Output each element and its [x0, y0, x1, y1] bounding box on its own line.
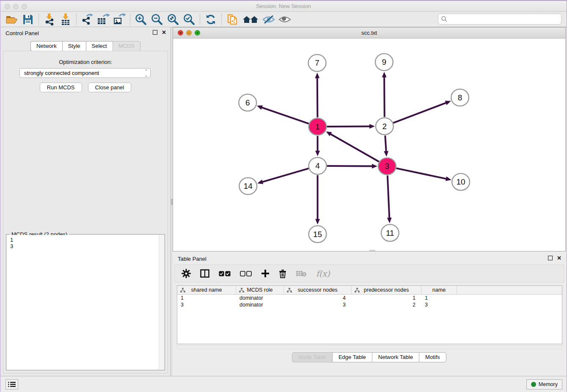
open-session-icon[interactable] — [5, 13, 19, 26]
graph-edge-2-3[interactable] — [385, 135, 386, 152]
graph-edge-3-11[interactable] — [388, 176, 390, 219]
column-header-MCDS-role[interactable]: MCDS role — [236, 286, 284, 294]
graph-edge-1-6[interactable] — [261, 107, 309, 124]
tab-mcds[interactable]: MCDS — [113, 41, 140, 51]
table-toolbar: f(x) — [174, 265, 564, 282]
criterion-value: strongly connected component — [24, 70, 99, 76]
tab-network-table[interactable]: Network Table — [372, 352, 419, 362]
delete-table-icon[interactable] — [296, 270, 307, 277]
table-cell[interactable]: 1 — [421, 295, 457, 301]
graph-edge-2-8[interactable] — [393, 102, 446, 123]
import-network-icon[interactable] — [42, 13, 57, 26]
home-views-icon[interactable] — [241, 13, 260, 26]
graph-edge-4-3[interactable] — [327, 166, 373, 166]
table-cell[interactable]: 3 — [421, 301, 457, 308]
export-network-icon[interactable] — [80, 13, 94, 26]
tab-edge-table[interactable]: Edge Table — [332, 352, 372, 362]
tab-style[interactable]: Style — [62, 41, 86, 51]
search-box[interactable] — [438, 14, 561, 25]
split-columns-icon[interactable] — [200, 269, 209, 278]
tab-motifs[interactable]: Motifs — [419, 352, 446, 362]
canvas-resize-grip[interactable] — [369, 250, 375, 251]
export-image-icon[interactable] — [112, 13, 127, 26]
close-table-panel-icon[interactable]: ✕ — [557, 256, 561, 260]
graph-edge-1-7[interactable] — [317, 77, 318, 118]
mcds-result-group: MCDS result (2 nodes) 1 3 — [6, 234, 165, 370]
graph-node-label: 10 — [457, 177, 465, 186]
table-cell[interactable]: 4 — [284, 295, 352, 301]
close-panel-icon[interactable]: ✕ — [162, 30, 166, 35]
settings-gear-icon[interactable] — [182, 269, 191, 278]
duplicate-view-icon[interactable] — [225, 13, 239, 26]
float-table-panel-icon[interactable] — [548, 256, 553, 260]
graph-edge-1-2[interactable] — [327, 126, 370, 127]
horizontal-scrollbar[interactable] — [177, 345, 562, 349]
run-mcds-button[interactable]: Run MCDS — [40, 83, 82, 92]
edge-arrowhead — [372, 164, 377, 168]
zoom-out-icon[interactable] — [150, 13, 164, 26]
export-table-icon[interactable] — [96, 13, 110, 26]
task-history-button[interactable] — [6, 379, 18, 389]
table-cell[interactable]: 1 — [352, 295, 421, 301]
save-session-icon[interactable] — [21, 13, 35, 26]
tab-node-table[interactable]: Node Table — [292, 352, 332, 362]
network-view-window: ✕ − + scc.txt 7968124314101511 — [173, 27, 566, 251]
table-cell[interactable]: dominator — [236, 301, 284, 308]
table-cell[interactable]: 3 — [177, 301, 236, 308]
table-cell[interactable]: 2 — [352, 301, 421, 308]
table-cell[interactable]: 1 — [177, 295, 236, 301]
column-header-shared-name[interactable]: shared name — [177, 286, 236, 294]
tab-network[interactable]: Network — [30, 41, 62, 51]
network-window-titlebar[interactable]: ✕ − + scc.txt — [173, 28, 565, 39]
edge-arrowhead — [446, 177, 451, 181]
network-canvas[interactable]: 7968124314101511 — [173, 39, 565, 251]
close-panel-button[interactable]: Close panel — [88, 83, 132, 92]
table-cell[interactable]: dominator — [236, 295, 284, 301]
table-tabs: Node TableEdge TableNetwork TableMotifs — [173, 352, 566, 362]
graph-node-label: 6 — [245, 98, 250, 107]
column-header-label: name — [432, 287, 446, 293]
zoom-in-icon[interactable] — [134, 13, 148, 26]
column-header-successor-nodes[interactable]: successor nodes — [284, 286, 352, 294]
deselect-all-checks-icon[interactable] — [240, 271, 252, 276]
zoom-fit-icon[interactable] — [166, 13, 180, 26]
graph-edge-3-10[interactable] — [396, 168, 447, 179]
column-header-predecessor-nodes[interactable]: predecessor nodes — [352, 286, 421, 294]
table-row[interactable]: 3dominator323 — [177, 301, 562, 308]
memory-label: Memory — [539, 381, 558, 387]
toolbar-separator — [221, 14, 222, 25]
zoom-selected-icon[interactable] — [182, 13, 196, 26]
memory-button[interactable]: Memory — [526, 379, 562, 389]
column-header-label: successor nodes — [298, 287, 338, 293]
table-cell[interactable]: 3 — [284, 301, 352, 308]
graph-edge-2-9[interactable] — [384, 77, 385, 117]
result-scrollbar[interactable] — [159, 235, 164, 370]
mcds-tab-content: Optimization criterion: strongly connect… — [3, 51, 168, 373]
edge-arrowhead — [315, 151, 320, 156]
show-eye-icon[interactable] — [278, 13, 292, 26]
control-panel-title: Control Panel — [6, 30, 39, 36]
add-column-icon[interactable] — [261, 269, 270, 278]
column-header-name[interactable]: name — [421, 286, 457, 294]
node-table[interactable]: shared nameMCDS rolesuccessor nodesprede… — [177, 285, 562, 344]
graph-node-label: 1 — [315, 122, 320, 131]
mcds-result-text[interactable]: 1 3 — [7, 235, 164, 370]
graph-node-label: 8 — [458, 93, 462, 102]
window-title: Session: New Session — [0, 3, 567, 9]
graph-edge-4-14[interactable] — [262, 168, 309, 182]
graph-edge-3-1[interactable] — [330, 134, 379, 162]
tab-select[interactable]: Select — [86, 41, 113, 51]
hide-eye-icon[interactable] — [261, 13, 276, 26]
select-all-checks-icon[interactable] — [219, 271, 231, 276]
search-input[interactable] — [448, 16, 561, 22]
table-panel: Table Panel ✕ — [173, 253, 566, 376]
status-bar: Memory — [0, 376, 567, 392]
import-table-icon[interactable] — [58, 13, 73, 26]
function-builder-icon[interactable]: f(x) — [316, 269, 330, 278]
refresh-icon[interactable] — [204, 13, 218, 26]
criterion-select[interactable]: strongly connected component ⌃⌄ — [19, 68, 151, 78]
delete-column-icon[interactable] — [279, 269, 286, 278]
edge-arrowhead — [445, 101, 451, 105]
float-panel-icon[interactable] — [153, 30, 157, 35]
table-row[interactable]: 1dominator411 — [177, 295, 562, 301]
